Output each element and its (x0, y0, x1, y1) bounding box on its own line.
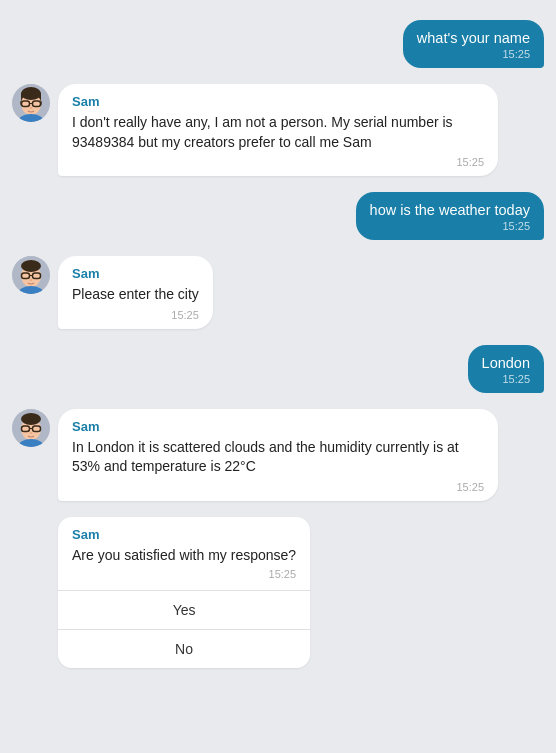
bubble-survey: Sam Are you satisfied with my response? … (58, 517, 310, 668)
msg-text-out-3: London (482, 355, 530, 371)
survey-no-button[interactable]: No (58, 629, 310, 668)
svg-point-27 (30, 432, 33, 434)
survey-yes-button[interactable]: Yes (58, 590, 310, 629)
timestamp-out-1: 15:25 (417, 48, 530, 60)
bubble-out-1: what's your name 15:25 (403, 20, 544, 68)
svg-point-11 (30, 107, 33, 109)
sender-name-1: Sam (72, 94, 484, 109)
bubble-in-3: Sam In London it is scattered clouds and… (58, 409, 498, 501)
message-outgoing-3: London 15:25 (12, 345, 544, 393)
message-outgoing-1: what's your name 15:25 (12, 20, 544, 68)
timestamp-in-3: 15:25 (72, 481, 484, 493)
survey-question: Are you satisfied with my response? (72, 546, 296, 566)
survey-sender-name: Sam (72, 527, 296, 542)
svg-point-15 (21, 260, 41, 272)
msg-text-in-3: In London it is scattered clouds and the… (72, 438, 484, 477)
message-incoming-1: Sam I don't really have any, I am not a … (12, 84, 544, 176)
message-survey: Sam Are you satisfied with my response? … (12, 517, 544, 668)
message-incoming-2: Sam Please enter the city 15:25 (12, 256, 544, 329)
timestamp-in-2: 15:25 (72, 309, 199, 321)
survey-timestamp: 15:25 (72, 568, 296, 584)
svg-point-23 (21, 413, 41, 425)
avatar-2 (12, 256, 50, 294)
sender-name-2: Sam (72, 266, 199, 281)
bubble-in-2: Sam Please enter the city 15:25 (58, 256, 213, 329)
msg-text-out-1: what's your name (417, 30, 530, 46)
timestamp-in-1: 15:25 (72, 156, 484, 168)
timestamp-out-2: 15:25 (370, 220, 530, 232)
bubble-in-1: Sam I don't really have any, I am not a … (58, 84, 498, 176)
timestamp-out-3: 15:25 (482, 373, 530, 385)
message-incoming-3: Sam In London it is scattered clouds and… (12, 409, 544, 501)
msg-text-out-2: how is the weather today (370, 202, 530, 218)
svg-point-7 (21, 88, 41, 100)
avatar-3 (12, 409, 50, 447)
avatar-1 (12, 84, 50, 122)
bubble-out-3: London 15:25 (468, 345, 544, 393)
svg-point-19 (30, 279, 33, 281)
message-outgoing-2: how is the weather today 15:25 (12, 192, 544, 240)
bubble-out-2: how is the weather today 15:25 (356, 192, 544, 240)
chat-container: what's your name 15:25 (0, 12, 556, 676)
msg-text-in-2: Please enter the city (72, 285, 199, 305)
sender-name-3: Sam (72, 419, 484, 434)
survey-header: Sam Are you satisfied with my response? … (58, 517, 310, 590)
msg-text-in-1: I don't really have any, I am not a pers… (72, 113, 484, 152)
